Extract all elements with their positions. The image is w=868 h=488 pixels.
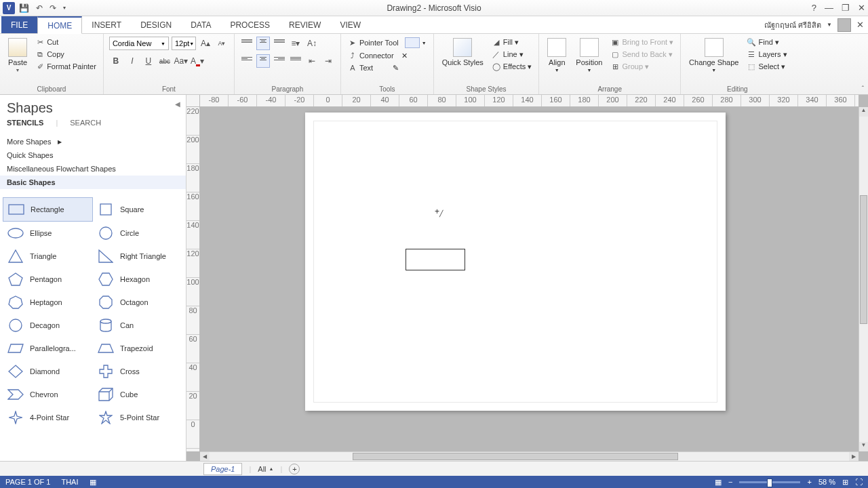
basic-shapes[interactable]: Basic Shapes [0,176,186,189]
scroll-down-icon[interactable]: ▼ [859,442,868,451]
effects-button[interactable]: ◯Effects ▾ [490,61,533,72]
align-justify-button[interactable] [289,54,302,68]
layers-button[interactable]: ☰Layers ▾ [745,49,788,60]
italic-button[interactable]: I [125,54,139,68]
search-tab[interactable]: SEARCH [70,119,101,127]
stencils-tab[interactable]: STENCILS [7,119,43,127]
undo-icon[interactable]: ↶ [36,3,43,13]
bring-front-button[interactable]: ▣Bring to Front ▾ [609,37,675,47]
zoom-out-icon[interactable]: − [728,478,732,486]
increase-indent-button[interactable]: ⇥ [321,54,335,68]
save-icon[interactable]: 💾 [19,3,29,13]
scroll-left-icon[interactable]: ◀ [200,452,210,461]
zoom-in-icon[interactable]: + [807,478,811,486]
rectangle-shape-instance[interactable] [406,249,465,270]
shape-4-point-star[interactable]: 4-Point Star [3,406,93,429]
help-icon[interactable]: ? [812,3,816,13]
shape-circle[interactable]: Circle [93,222,183,245]
shape-trapezoid[interactable]: Trapezoid [93,337,183,360]
misc-flowchart-shapes[interactable]: Miscellaneous Flowchart Shapes [7,162,179,176]
shape-hexagon[interactable]: Hexagon [93,268,183,291]
all-pages-button[interactable]: All▲ [258,465,273,473]
add-page-button[interactable]: + [289,464,300,474]
doc-close-icon[interactable]: ✕ [856,20,864,30]
font-size-dropdown[interactable]: 12pt▼ [172,37,196,50]
line-button[interactable]: ／Line ▾ [490,49,533,60]
shape-pentagon[interactable]: Pentagon [3,268,93,291]
tab-design[interactable]: DESIGN [131,16,181,33]
zoom-level[interactable]: 58 % [818,478,835,486]
scroll-thumb-h[interactable] [353,453,678,460]
align-center-button[interactable] [256,54,270,68]
shape-chevron[interactable]: Chevron [3,383,93,406]
position-button[interactable]: Position▼ [573,37,605,74]
send-back-button[interactable]: ▢Send to Back ▾ [609,49,675,60]
text-tool-button[interactable]: AText✎ [347,62,400,73]
align-button[interactable]: Align▼ [545,37,569,74]
quick-styles-button[interactable]: Quick Styles [439,37,486,68]
user-avatar[interactable] [837,18,851,32]
group-button[interactable]: ⊞Group ▾ [609,61,675,72]
tab-insert[interactable]: INSERT [82,16,131,33]
format-painter-button[interactable]: ✐Format Painter [34,61,98,72]
shape-decagon[interactable]: Decagon [3,314,93,337]
shape-5-point-star[interactable]: 5-Point Star [93,406,183,429]
tab-data[interactable]: DATA [181,16,220,33]
shape-rectangle[interactable]: Rectangle [3,197,93,222]
qat-more-icon[interactable]: ▾ [63,5,66,11]
shape-can[interactable]: Can [93,314,183,337]
underline-button[interactable]: U [142,54,155,68]
collapse-ribbon-icon[interactable]: ˆ [862,85,864,93]
strikethrough-button[interactable]: abc [158,54,172,68]
shape-cube[interactable]: Cube [93,383,183,406]
align-right-button[interactable] [273,54,286,68]
decrease-indent-button[interactable]: ⇤ [305,54,319,68]
find-button[interactable]: 🔍Find ▾ [745,37,788,47]
select-button[interactable]: ⬚Select ▾ [745,61,788,72]
close-icon[interactable]: ✕ [858,3,865,13]
align-middle-button[interactable] [256,37,270,50]
connector-button[interactable]: ⤴Connector✕ [347,50,409,61]
tab-process[interactable]: PROCESS [220,16,279,33]
align-left-button[interactable] [240,54,254,68]
scroll-thumb-v[interactable] [860,195,867,324]
minimize-icon[interactable]: — [825,3,833,13]
bold-button[interactable]: B [109,54,123,68]
pointer-tool-button[interactable]: ➤Pointer Tool ▼ [347,37,428,49]
shape-heptagon[interactable]: Heptagon [3,291,93,314]
shape-diamond[interactable]: Diamond [3,360,93,383]
delete-icon[interactable]: ✕ [401,52,408,60]
bullets-button[interactable]: ≡▾ [289,37,302,50]
change-shape-button[interactable]: Change Shape▼ [686,37,741,74]
restore-icon[interactable]: ❐ [842,3,850,13]
shape-triangle[interactable]: Triangle [3,245,93,268]
view-normal-icon[interactable]: ▦ [715,478,722,487]
quick-shapes[interactable]: Quick Shapes [7,148,179,162]
scroll-up-icon[interactable]: ▲ [859,107,868,117]
fill-button[interactable]: ◢Fill ▾ [490,37,533,47]
language[interactable]: THAI [61,478,78,486]
text-direction-button[interactable]: A↕ [305,37,319,50]
fullscreen-icon[interactable]: ⛶ [855,478,863,486]
macro-icon[interactable]: ▦ [90,478,96,487]
increase-font-icon[interactable]: A▴ [199,37,212,50]
shape-cross[interactable]: Cross [93,360,183,383]
draw-icon[interactable]: ✎ [393,64,399,73]
user-dropdown-icon[interactable]: ▼ [827,22,832,28]
shape-ellipse[interactable]: Ellipse [3,222,93,245]
copy-button[interactable]: ⧉Copy [34,49,98,60]
scroll-right-icon[interactable]: ▶ [849,452,859,461]
vertical-scrollbar[interactable]: ▲ ▼ [859,107,868,451]
more-shapes[interactable]: More Shapes▶ [7,135,179,148]
shape-octagon[interactable]: Octagon [93,291,183,314]
change-case-button[interactable]: Aa▾ [174,54,188,68]
zoom-slider[interactable] [739,481,800,483]
drawing-page[interactable]: +╱ [305,113,726,411]
align-top-button[interactable] [240,37,254,50]
shape-square[interactable]: Square [93,197,183,222]
tab-file[interactable]: FILE [1,16,37,33]
collapse-shapes-icon[interactable]: ◀ [175,100,180,108]
tab-home[interactable]: HOME [37,16,82,34]
tab-view[interactable]: VIEW [330,16,370,33]
user-name[interactable]: ณัฐกฤษณ์ ศรีอิสิต [764,19,821,31]
